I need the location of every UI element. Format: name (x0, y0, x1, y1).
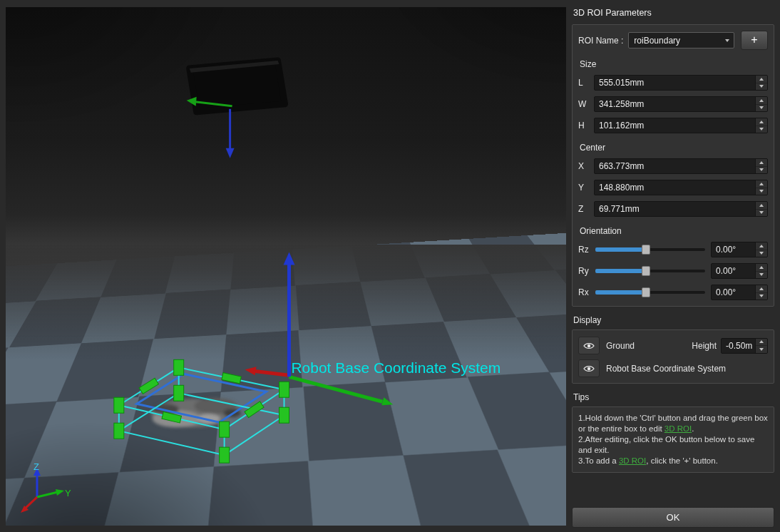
rz-slider-handle[interactable] (642, 245, 650, 255)
spin-buttons (755, 285, 767, 300)
spin-down-button[interactable] (756, 292, 767, 300)
ground-height-spinbox[interactable]: -0.50m (721, 338, 768, 354)
spin-buttons (755, 97, 767, 111)
black-box-object (187, 61, 285, 158)
spin-buttons (755, 118, 767, 133)
ground-display-row: Ground Height -0.50m (578, 337, 768, 354)
rbcs-visibility-button[interactable] (578, 359, 600, 377)
ry-slider[interactable] (595, 265, 705, 277)
spin-up-button[interactable] (756, 97, 767, 104)
tool-z-axis-arrow (226, 148, 235, 158)
ground-visibility-button[interactable] (578, 337, 600, 354)
gizmo-z-label: Z (34, 461, 39, 472)
spin-down-button[interactable] (756, 188, 767, 195)
rbcs-display-row: Robot Base Coordinate System (578, 359, 768, 377)
spin-down-button[interactable] (756, 104, 767, 112)
3d-roi-link[interactable]: 3D ROI (664, 424, 692, 433)
center-z-label: Z (578, 204, 594, 214)
3d-roi-link[interactable]: 3D ROI (619, 456, 646, 465)
roi-name-value: roiBoundary (634, 36, 721, 46)
roi-name-dropdown[interactable]: roiBoundary (628, 32, 734, 48)
spin-up-button[interactable] (756, 76, 767, 83)
spin-up-button[interactable] (756, 180, 767, 188)
size-section-title: Size (580, 59, 766, 69)
center-section-title: Center (580, 143, 766, 153)
ground-label: Ground (606, 341, 635, 351)
spin-buttons (755, 242, 767, 257)
spin-up-button[interactable] (756, 339, 767, 346)
parameters-groupbox: ROI Name : roiBoundary + Size L 555.015m… (572, 24, 774, 307)
size-row-w: W 341.258mm (578, 96, 768, 112)
rz-value[interactable]: 0.00° (712, 242, 755, 257)
spin-up-button[interactable] (756, 242, 767, 250)
size-l-spinbox[interactable]: 555.015mm (594, 75, 768, 91)
center-y-value[interactable]: 148.880mm (595, 180, 755, 195)
center-z-value[interactable]: 69.771mm (595, 202, 755, 216)
3d-viewport[interactable]: Robot Base Coordinate System (6, 7, 566, 526)
display-groupbox: Ground Height -0.50m Robot Base Coordina… (572, 329, 774, 384)
spin-buttons (755, 76, 767, 90)
robot-base-axes (245, 252, 394, 406)
spin-up-button[interactable] (756, 159, 767, 166)
center-z-spinbox[interactable]: 69.771mm (594, 201, 768, 217)
size-h-spinbox[interactable]: 101.162mm (594, 118, 768, 133)
orientation-gizmo: Z Y (21, 461, 71, 513)
spin-up-button[interactable] (756, 264, 767, 271)
ry-slider-handle[interactable] (642, 266, 650, 276)
center-x-spinbox[interactable]: 663.773mm (594, 158, 768, 174)
ground-height-value[interactable]: -0.50m (722, 339, 755, 353)
chevron-down-icon (721, 39, 734, 42)
ry-spinbox[interactable]: 0.00° (711, 263, 768, 279)
center-x-value[interactable]: 663.773mm (595, 159, 755, 173)
size-h-label: H (578, 121, 594, 131)
spin-buttons (755, 159, 767, 173)
spin-down-button[interactable] (756, 126, 767, 133)
center-y-spinbox[interactable]: 148.880mm (594, 180, 768, 195)
gizmo-y-label: Y (65, 488, 71, 498)
rx-slider-handle[interactable] (642, 287, 650, 297)
spin-down-button[interactable] (756, 345, 767, 353)
rbcs-display-label: Robot Base Coordinate System (606, 364, 726, 374)
spin-down-button[interactable] (756, 250, 767, 257)
rz-slider[interactable] (595, 243, 705, 256)
center-row-y: Y 148.880mm (578, 180, 768, 195)
display-section-title: Display (573, 315, 773, 325)
eye-icon (583, 342, 595, 350)
panel-title: 3D ROI Parameters (573, 8, 773, 18)
spin-down-button[interactable] (756, 166, 767, 174)
spin-down-button[interactable] (756, 83, 767, 91)
eye-icon (583, 364, 595, 373)
ground-height-label: Height (692, 341, 717, 351)
size-l-value[interactable]: 555.015mm (595, 76, 755, 90)
base-y-axis-arrow (381, 397, 393, 405)
center-y-label: Y (578, 183, 594, 193)
tips-section-title: Tips (573, 392, 773, 402)
size-l-label: L (578, 78, 594, 88)
orientation-row-ry: Ry 0.00° (578, 263, 768, 279)
spin-down-button[interactable] (756, 271, 767, 279)
roi-name-label: ROI Name : (578, 36, 623, 46)
spin-up-button[interactable] (756, 202, 767, 209)
rx-spinbox[interactable]: 0.00° (711, 285, 768, 300)
spin-down-button[interactable] (756, 209, 767, 217)
spin-up-button[interactable] (756, 118, 767, 126)
spin-buttons (755, 202, 767, 216)
size-h-value[interactable]: 101.162mm (595, 118, 755, 133)
size-w-spinbox[interactable]: 341.258mm (594, 96, 768, 112)
ok-button[interactable]: OK (572, 507, 774, 528)
base-x-axis-arrow (245, 367, 257, 375)
tips-groupbox: 1.Hold down the 'Ctrl' button and drag t… (572, 406, 774, 473)
center-row-z: Z 69.771mm (578, 201, 768, 217)
add-roi-button[interactable]: + (741, 31, 768, 50)
roi-parameters-panel: 3D ROI Parameters ROI Name : roiBoundary… (572, 6, 774, 528)
size-row-l: L 555.015mm (578, 75, 768, 91)
center-x-label: X (578, 161, 594, 171)
rx-value[interactable]: 0.00° (712, 285, 755, 300)
tip-1: 1.Hold down the 'Ctrl' button and drag t… (578, 413, 768, 434)
rz-spinbox[interactable]: 0.00° (711, 242, 768, 257)
spin-up-button[interactable] (756, 285, 767, 292)
rx-slider[interactable] (595, 286, 705, 299)
size-w-value[interactable]: 341.258mm (595, 97, 755, 111)
ry-value[interactable]: 0.00° (712, 264, 755, 278)
orientation-row-rz: Rz 0.00° (578, 242, 768, 257)
